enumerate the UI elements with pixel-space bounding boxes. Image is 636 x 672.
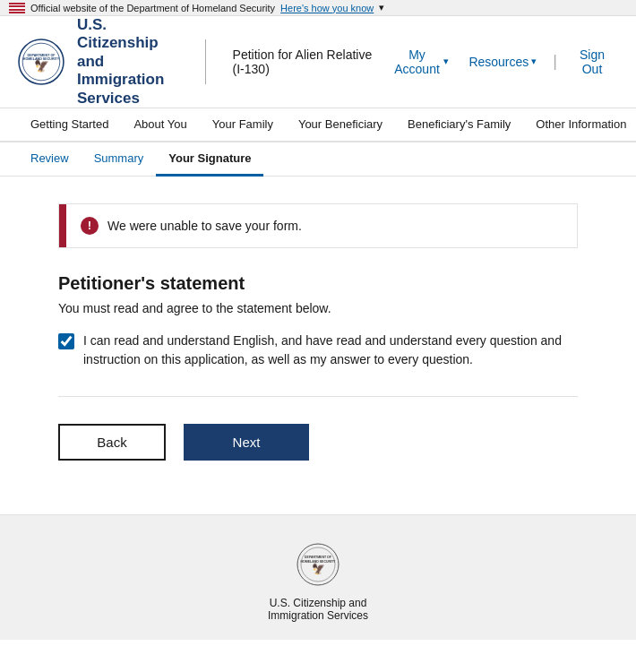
subnav-your-signature[interactable]: Your Signature — [156, 142, 263, 177]
official-site-text: Official website of the Department of Ho… — [30, 3, 275, 13]
nav-about-you[interactable]: About You — [121, 108, 199, 142]
how-you-know-link[interactable]: Here's how you know — [280, 3, 374, 13]
error-alert: ! We were unable to save your form. — [58, 203, 578, 248]
flag-icon — [9, 3, 25, 13]
svg-text:🦅: 🦅 — [34, 58, 49, 73]
error-alert-text: We were unable to save your form. — [107, 219, 302, 233]
svg-text:DEPARTMENT OF: DEPARTMENT OF — [28, 54, 56, 57]
top-banner: Official website of the Department of Ho… — [0, 0, 636, 16]
header-right: My Account Resources | Sign Out — [386, 42, 618, 82]
svg-text:DEPARTMENT OF: DEPARTMENT OF — [305, 556, 332, 559]
section-divider — [58, 396, 578, 397]
agreement-checkbox[interactable] — [58, 333, 74, 349]
subnav-summary[interactable]: Summary — [82, 142, 157, 177]
main-content: ! We were unable to save your form. Peti… — [0, 177, 636, 496]
nav-other-information[interactable]: Other Information — [523, 108, 636, 142]
error-alert-bar — [59, 204, 66, 247]
nav-your-beneficiary[interactable]: Your Beneficiary — [286, 108, 395, 142]
error-alert-body: ! We were unable to save your form. — [66, 204, 316, 247]
error-icon: ! — [81, 217, 99, 235]
nav-beneficiarys-family[interactable]: Beneficiary's Family — [395, 108, 523, 142]
back-button[interactable]: Back — [58, 424, 166, 461]
sign-out-button[interactable]: Sign Out — [566, 42, 618, 82]
section-title: Petitioner's statement — [58, 273, 578, 294]
subnav-review[interactable]: Review — [18, 142, 82, 177]
main-nav: Getting Started About You Your Family Yo… — [0, 108, 636, 142]
footer-text-line2: Immigration Services — [18, 609, 618, 622]
content-box: ! We were unable to save your form. Peti… — [58, 203, 578, 461]
dropdown-icon: ▾ — [379, 2, 384, 13]
next-button[interactable]: Next — [184, 424, 309, 461]
nav-getting-started[interactable]: Getting Started — [18, 108, 121, 142]
header-left: DEPARTMENT OF HOMELAND SECURITY 🦅 U.S. C… — [18, 16, 386, 108]
section-description: You must read and agree to the statement… — [58, 301, 578, 315]
header-separator: | — [553, 52, 557, 71]
agreement-checkbox-row: I can read and understand English, and h… — [58, 332, 578, 369]
header-divider — [205, 39, 206, 84]
site-header: DEPARTMENT OF HOMELAND SECURITY 🦅 U.S. C… — [0, 16, 636, 108]
nav-your-family[interactable]: Your Family — [200, 108, 286, 142]
agreement-checkbox-label[interactable]: I can read and understand English, and h… — [83, 332, 578, 369]
footer-seal-icon: DEPARTMENT OF HOMELAND SECURITY 🦅 — [296, 542, 340, 587]
my-account-button[interactable]: My Account — [386, 42, 457, 82]
footer-text-line1: U.S. Citizenship and — [18, 597, 618, 609]
resources-button[interactable]: Resources — [461, 49, 544, 74]
form-title: Petition for Alien Relative (I-130) — [233, 47, 386, 76]
site-footer: DEPARTMENT OF HOMELAND SECURITY 🦅 U.S. C… — [0, 514, 636, 640]
sub-nav: Review Summary Your Signature — [0, 142, 636, 177]
svg-text:🦅: 🦅 — [312, 562, 325, 575]
agency-name: U.S. Citizenship and Immigration Service… — [77, 16, 178, 108]
button-row: Back Next — [58, 424, 578, 461]
uscis-seal-icon: DEPARTMENT OF HOMELAND SECURITY 🦅 — [18, 39, 64, 85]
